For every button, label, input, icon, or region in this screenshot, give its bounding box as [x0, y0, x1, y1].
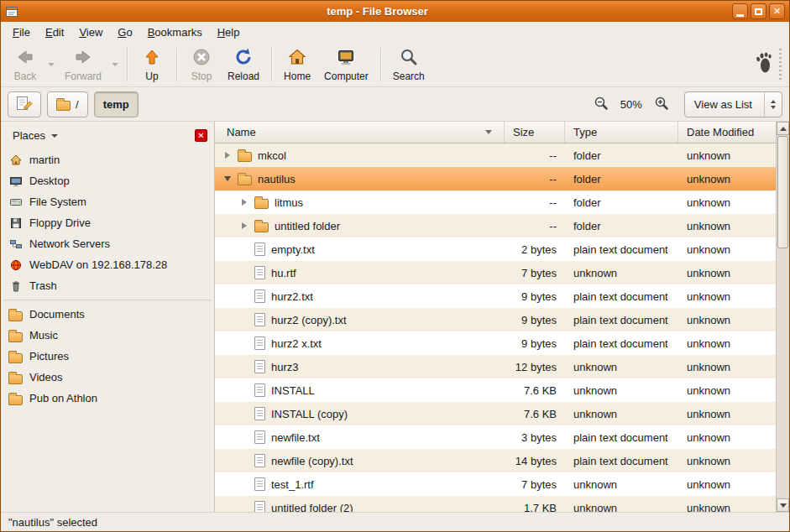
search-button[interactable]: Search [386, 45, 432, 83]
back-history-dropdown[interactable] [44, 45, 58, 84]
file-list-area: Name Size Type Date Modified mkcol -- fo… [215, 122, 789, 512]
expander-expanded-icon[interactable] [222, 176, 233, 181]
sidebar-item-network-servers[interactable]: Network Servers [1, 233, 214, 254]
sidebar-close-button[interactable]: ✕ [195, 129, 207, 142]
sidebar-item-documents[interactable]: Documents [1, 304, 214, 325]
file-row[interactable]: hurz2 (copy).txt 9 bytes plain text docu… [215, 308, 776, 331]
file-row[interactable]: untitled folder -- folder unknown [215, 214, 776, 237]
toolbar-grip-handle[interactable] [779, 49, 782, 81]
file-row[interactable]: hurz2 x.txt 9 bytes plain text document … [215, 331, 776, 355]
sidebar-item-file-system[interactable]: File System [1, 191, 214, 212]
file-row[interactable]: hurz2.txt 9 bytes plain text document un… [215, 284, 776, 308]
toolbar-separator [271, 48, 272, 81]
file-browser-window: temp - File Browser ✕ File Edit View Go … [0, 0, 790, 532]
sidebar-item-martin[interactable]: martin [1, 149, 214, 170]
file-row[interactable]: INSTALL (copy) 7.6 KB unknown unknown [215, 402, 776, 425]
expander-collapsed-icon[interactable] [222, 152, 233, 159]
scroll-down-button[interactable] [777, 498, 789, 512]
file-row[interactable]: litmus -- folder unknown [215, 190, 776, 214]
minimize-icon [736, 14, 744, 17]
path-current-folder-button[interactable]: temp [94, 91, 139, 117]
sidebar-item-webdav[interactable]: WebDAV on 192.168.178.28 [1, 254, 214, 275]
file-row[interactable]: newfile.txt 3 bytes plain text document … [215, 425, 776, 449]
computer-button[interactable]: Computer [317, 45, 375, 83]
column-header-date-modified[interactable]: Date Modified [678, 122, 776, 143]
file-row[interactable]: newfile (copy).txt 14 bytes plain text d… [215, 449, 776, 472]
file-row[interactable]: INSTALL 7.6 KB unknown unknown [215, 378, 776, 402]
sidebar-item-music[interactable]: Music [1, 325, 214, 346]
maximize-button[interactable] [751, 3, 766, 19]
column-header-size[interactable]: Size [505, 122, 565, 143]
home-icon [8, 154, 23, 167]
column-header-type[interactable]: Type [565, 122, 678, 143]
webdav-globe-icon [8, 258, 23, 272]
scroll-up-button[interactable] [777, 122, 789, 135]
floppy-icon [8, 216, 23, 230]
stop-button[interactable]: Stop [182, 45, 221, 83]
sidebar-item-desktop[interactable]: Desktop [1, 170, 214, 191]
folder-icon [8, 329, 23, 342]
minimize-button[interactable] [732, 3, 748, 19]
toolbar-separator [176, 48, 177, 81]
home-button[interactable]: Home [277, 45, 317, 83]
reload-button[interactable]: Reload [221, 45, 266, 83]
zoom-out-icon [594, 96, 609, 113]
drive-icon [8, 196, 23, 209]
file-row[interactable]: mkcol -- folder unknown [215, 143, 776, 167]
up-button[interactable]: Up [133, 45, 171, 83]
file-row[interactable]: hurz3 12 bytes unknown unknown [215, 355, 776, 378]
sidebar-item-videos[interactable]: Videos [1, 367, 214, 388]
chevron-down-icon [51, 134, 58, 138]
menu-go[interactable]: Go [111, 23, 139, 41]
home-icon [287, 47, 307, 70]
expander-collapsed-icon[interactable] [238, 222, 250, 229]
path-root-button[interactable]: / [47, 91, 88, 117]
menu-help[interactable]: Help [211, 23, 247, 41]
view-mode-select[interactable]: View as List [684, 91, 782, 117]
menu-bookmarks[interactable]: Bookmarks [141, 23, 209, 41]
vertical-scrollbar[interactable] [776, 122, 789, 512]
scrollbar-track[interactable] [777, 135, 789, 498]
sidebar-item-pictures[interactable]: Pictures [1, 346, 214, 367]
folder-icon [254, 222, 269, 232]
text-file-icon [254, 477, 265, 491]
gnome-foot-logo-icon [756, 52, 772, 76]
file-row[interactable]: empty.txt 2 bytes plain text document un… [215, 237, 776, 261]
file-row[interactable]: hu.rtf 7 bytes unknown unknown [215, 261, 776, 284]
sidebar-separator [3, 300, 212, 300]
file-row[interactable]: untitled folder (2) 1.7 KB unknown unkno… [215, 496, 776, 512]
titlebar[interactable]: temp - File Browser ✕ [1, 1, 789, 22]
column-header-name[interactable]: Name [215, 122, 505, 143]
scrollbar-thumb[interactable] [777, 136, 788, 248]
forward-button[interactable]: Forward [58, 45, 108, 83]
expander-collapsed-icon[interactable] [238, 199, 250, 206]
folder-icon [56, 101, 71, 111]
sidebar-item-pub-on-athlon[interactable]: Pub on Athlon [1, 388, 214, 409]
sidebar-item-floppy-drive[interactable]: Floppy Drive [1, 212, 214, 233]
back-button[interactable]: Back [6, 45, 44, 83]
forward-arrow-icon [73, 47, 93, 70]
menu-view[interactable]: View [72, 23, 109, 41]
text-file-icon [254, 383, 265, 397]
toggle-location-entry-button[interactable] [8, 91, 41, 117]
chevron-down-icon [112, 63, 118, 66]
menu-edit[interactable]: Edit [39, 23, 71, 41]
edit-location-icon [15, 95, 34, 114]
list-header: Name Size Type Date Modified [215, 122, 776, 143]
zoom-out-button[interactable] [591, 94, 611, 114]
sidebar-item-trash[interactable]: Trash [1, 275, 214, 296]
file-row[interactable]: test_1.rtf 7 bytes unknown unknown [215, 472, 776, 496]
file-row-selected[interactable]: nautilus -- folder unknown [215, 167, 776, 190]
chevron-down-icon [48, 63, 55, 66]
trash-icon [8, 279, 23, 293]
zoom-in-button[interactable] [651, 94, 672, 114]
file-rows: mkcol -- folder unknown nautilus -- fold… [215, 143, 776, 512]
close-button[interactable]: ✕ [769, 3, 785, 19]
forward-history-dropdown[interactable] [108, 45, 122, 84]
folder-icon [238, 175, 252, 185]
menu-file[interactable]: File [6, 23, 37, 41]
text-file-icon [254, 430, 265, 444]
places-dropdown[interactable]: Places [8, 126, 63, 145]
stop-icon [191, 47, 212, 70]
text-file-icon [254, 360, 265, 373]
